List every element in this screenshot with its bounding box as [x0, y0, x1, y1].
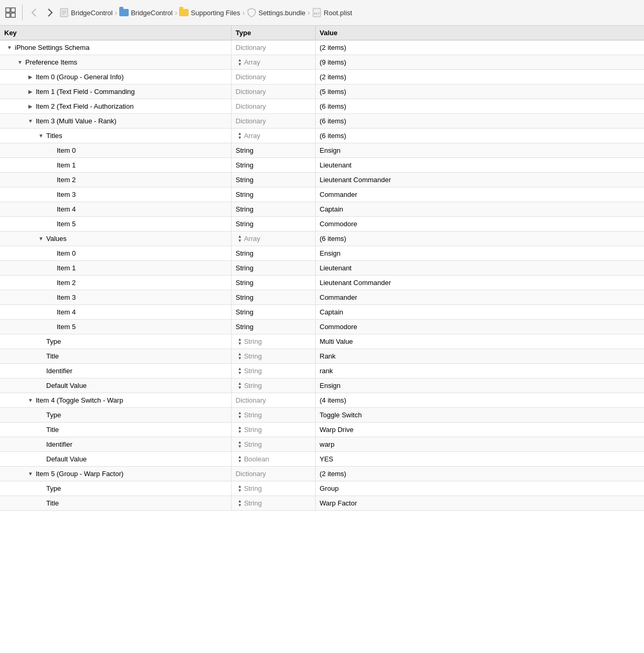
- sort-arrows[interactable]: ▲▼: [238, 338, 242, 346]
- sort-arrows[interactable]: ▲▼: [238, 352, 242, 361]
- disclosure-triangle[interactable]: [17, 59, 23, 66]
- value-label: warp: [315, 437, 644, 452]
- disclosure-triangle[interactable]: [38, 133, 44, 139]
- table-row: Title▲▼StringWarp Drive: [0, 423, 644, 437]
- sort-arrows[interactable]: ▲▼: [238, 411, 242, 419]
- table-row: Item 2 (Text Field - AuthorizationDictio…: [0, 99, 644, 114]
- value-label: Commander: [315, 290, 644, 305]
- disclosure-triangle[interactable]: [27, 397, 34, 404]
- breadcrumb-label-settings-bundle[interactable]: Settings.bundle: [258, 9, 306, 17]
- table-header-row: Key Type Value: [0, 26, 644, 40]
- table-row: Default Value▲▼BooleanYES: [0, 452, 644, 467]
- type-label: String: [236, 161, 254, 169]
- table-row: Item 0 (Group - General Info)Dictionary(…: [0, 70, 644, 85]
- breadcrumb-item-settings-bundle[interactable]: Settings.bundle: [247, 8, 306, 17]
- type-label: Boolean: [244, 455, 269, 463]
- toolbar-divider: [22, 5, 23, 20]
- sort-arrows[interactable]: ▲▼: [238, 499, 242, 508]
- type-label: Dictionary: [236, 88, 266, 96]
- value-label: (6 items): [315, 114, 644, 129]
- disclosure-triangle[interactable]: [27, 74, 34, 80]
- disclosure-triangle[interactable]: [38, 236, 44, 242]
- value-label: Commodore: [315, 320, 644, 334]
- disclosure-triangle[interactable]: [6, 45, 13, 51]
- header-type: Type: [231, 26, 315, 40]
- value-label: Ensign: [315, 143, 644, 158]
- value-label: (5 items): [315, 85, 644, 99]
- type-label: String: [244, 411, 262, 419]
- disclosure-triangle[interactable]: [27, 103, 34, 110]
- table-row: Item 5StringCommodore: [0, 217, 644, 231]
- sort-arrows[interactable]: ▲▼: [238, 132, 242, 140]
- key-label: Item 2: [57, 279, 76, 287]
- table-row: Identifier▲▼Stringrank: [0, 364, 644, 378]
- type-label: Dictionary: [236, 73, 266, 81]
- breadcrumb-item-root-plist[interactable]: PLT Root.plist: [312, 8, 352, 17]
- breadcrumb-label-supporting-files[interactable]: Supporting Files: [191, 9, 240, 17]
- key-label: Title: [46, 426, 59, 434]
- disclosure-triangle[interactable]: [27, 471, 34, 477]
- value-label: (9 items): [315, 55, 644, 70]
- table-row: Item 3 (Multi Value - Rank)Dictionary(6 …: [0, 114, 644, 129]
- disclosure-triangle[interactable]: [27, 89, 34, 95]
- disclosure-triangle[interactable]: [27, 118, 34, 124]
- key-label: Titles: [46, 132, 63, 140]
- table-row: Item 1 (Text Field - CommandingDictionar…: [0, 85, 644, 99]
- root-plist-icon: PLT: [312, 8, 321, 17]
- sort-arrows[interactable]: ▲▼: [238, 485, 242, 493]
- breadcrumb-item-supporting-files[interactable]: Supporting Files: [179, 8, 240, 17]
- type-label: Dictionary: [236, 117, 266, 125]
- table-row: Default Value▲▼StringEnsign: [0, 378, 644, 393]
- sort-arrows[interactable]: ▲▼: [238, 367, 242, 375]
- key-label: Type: [46, 338, 61, 345]
- table-row: Identifier▲▼Stringwarp: [0, 437, 644, 452]
- type-label: String: [236, 308, 254, 316]
- key-label: Item 0: [57, 146, 76, 154]
- value-label: Captain: [315, 305, 644, 320]
- svg-rect-0: [6, 8, 10, 12]
- value-label: (2 items): [315, 467, 644, 481]
- breadcrumb-sep-3: ›: [242, 8, 245, 17]
- forward-button[interactable]: [44, 6, 56, 19]
- breadcrumb-item-bridgecontrol-doc[interactable]: BridgeControl: [59, 8, 113, 17]
- value-label: (6 items): [315, 129, 644, 143]
- breadcrumb-label-root-plist[interactable]: Root.plist: [324, 9, 352, 17]
- table-row: Item 3StringCommander: [0, 290, 644, 305]
- table-row: Item 4StringCaptain: [0, 202, 644, 217]
- sort-arrows[interactable]: ▲▼: [238, 426, 242, 434]
- type-label: String: [244, 338, 262, 345]
- grid-icon[interactable]: [4, 6, 17, 19]
- type-label: String: [236, 279, 254, 287]
- table-row: iPhone Settings SchemaDictionary(2 items…: [0, 40, 644, 55]
- breadcrumb-label-bridgecontrol-folder[interactable]: BridgeControl: [131, 9, 173, 17]
- type-label: String: [244, 352, 262, 360]
- key-label: Item 5 (Group - Warp Factor): [36, 470, 123, 478]
- key-label: Item 1 (Text Field - Commanding: [36, 88, 135, 96]
- key-label: Default Value: [46, 382, 87, 389]
- sort-arrows[interactable]: ▲▼: [238, 58, 242, 67]
- value-label: Multi Value: [315, 334, 644, 349]
- type-label: Dictionary: [236, 396, 266, 404]
- table-row: Type▲▼StringGroup: [0, 481, 644, 496]
- sort-arrows[interactable]: ▲▼: [238, 440, 242, 449]
- value-label: Warp Factor: [315, 496, 644, 511]
- back-button[interactable]: [28, 6, 40, 19]
- key-label: Default Value: [46, 455, 87, 463]
- table-row: Title▲▼StringRank: [0, 349, 644, 364]
- sort-arrows[interactable]: ▲▼: [238, 382, 242, 390]
- table-row: Item 4StringCaptain: [0, 305, 644, 320]
- value-label: Commander: [315, 187, 644, 202]
- key-label: Type: [46, 411, 61, 419]
- svg-rect-1: [11, 8, 15, 12]
- type-label: String: [236, 220, 254, 228]
- table-row: Item 3StringCommander: [0, 187, 644, 202]
- type-label: String: [236, 264, 254, 272]
- sort-arrows[interactable]: ▲▼: [238, 235, 242, 243]
- value-label: Lieutenant: [315, 261, 644, 276]
- breadcrumb-label-bridgecontrol-doc[interactable]: BridgeControl: [71, 9, 113, 17]
- table-row: Title▲▼StringWarp Factor: [0, 496, 644, 511]
- breadcrumb-item-bridgecontrol-folder[interactable]: BridgeControl: [119, 8, 173, 17]
- sort-arrows[interactable]: ▲▼: [238, 455, 242, 464]
- key-label: Identifier: [46, 440, 72, 448]
- key-label: Item 1: [57, 264, 76, 272]
